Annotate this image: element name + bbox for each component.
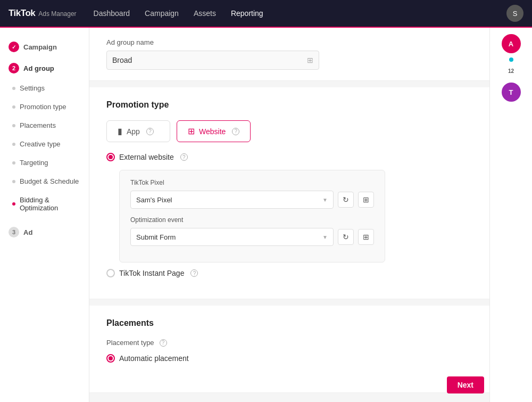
pixel-add-btn[interactable]: ⊞ <box>358 192 374 208</box>
step2-circle: 2 <box>9 63 19 73</box>
radio-auto-label: Automatic placement <box>119 354 189 363</box>
sidebar-item-settings[interactable]: Settings <box>0 79 89 97</box>
radio-external-website[interactable]: External website ? <box>106 153 472 161</box>
placements-section: Placements Placement type ? Automatic pl… <box>89 306 489 393</box>
sidebar-item-promotion-type[interactable]: Promotion type <box>0 97 89 116</box>
logo-area: TikTok Ads Manager <box>9 8 77 19</box>
logo-tiktok: TikTok <box>9 8 35 19</box>
instant-help-icon[interactable]: ? <box>190 269 198 277</box>
pixel-select[interactable]: Sam's Pixel ▼ <box>130 191 334 209</box>
nav-avatar[interactable]: S <box>506 5 523 22</box>
optimization-dropdown-arrow: ▼ <box>322 234 328 240</box>
sidebar-label-settings: Settings <box>20 84 45 92</box>
sidebar-item-budget[interactable]: Budget & Schedule <box>0 172 89 191</box>
sidebar-item-label-campaign: Campaign <box>23 43 57 51</box>
pixel-value: Sam's Pixel <box>136 196 172 204</box>
promo-options: ▮ App ? ⊞ Website ? <box>106 120 472 142</box>
dot-promotion <box>12 105 15 109</box>
radio-instant-circle <box>106 269 115 277</box>
optimization-select-row: Submit Form ▼ ↻ ⊞ <box>130 228 374 246</box>
radio-auto-placement[interactable]: Automatic placement <box>106 354 472 363</box>
sidebar-item-label-adgroup: Ad group <box>23 64 54 72</box>
nav-campaign[interactable]: Campaign <box>145 7 179 20</box>
layout: ✓ Campaign 2 Ad group Settings Promotion… <box>0 28 532 402</box>
adgroup-name-section: Ad group name Broad ⊞ <box>89 28 489 81</box>
radio-instant-page[interactable]: TikTok Instant Page ? <box>106 269 472 277</box>
promo-website-label: Website <box>199 127 226 136</box>
optimization-select[interactable]: Submit Form ▼ <box>130 228 334 246</box>
dot-placements <box>12 124 15 127</box>
sidebar-label-promotion: Promotion type <box>20 103 66 111</box>
placement-help-icon[interactable]: ? <box>160 339 167 347</box>
pixel-dropdown-arrow: ▼ <box>322 197 328 203</box>
text-input-icon: ⊞ <box>307 56 313 64</box>
dot-creative <box>12 143 15 146</box>
sidebar-label-ad: Ad <box>23 228 32 236</box>
pixel-box: TikTok Pixel Sam's Pixel ▼ ↻ ⊞ Optimizat… <box>119 170 385 262</box>
pixel-select-row: Sam's Pixel ▼ ↻ ⊞ <box>130 191 374 209</box>
optimization-label: Optimization event <box>130 216 374 224</box>
promotion-title: Promotion type <box>106 100 472 110</box>
adgroup-name-label: Ad group name <box>106 38 472 46</box>
dot-targeting <box>12 161 15 165</box>
adgroup-name-value: Broad <box>112 56 132 64</box>
sidebar-item-targeting[interactable]: Targeting <box>0 153 89 172</box>
nav-links: Dashboard Campaign Assets Reporting <box>94 7 506 20</box>
promo-website-option[interactable]: ⊞ Website ? <box>177 120 251 142</box>
app-icon: ▮ <box>118 126 122 136</box>
sidebar-step-adgroup[interactable]: 2 Ad group <box>0 58 89 79</box>
sidebar-label-placements: Placements <box>20 121 56 129</box>
sidebar-label-creative: Creative type <box>20 140 61 148</box>
radio-external-circle <box>106 153 115 161</box>
website-help-icon[interactable]: ? <box>232 128 239 135</box>
nav-assets[interactable]: Assets <box>194 7 216 20</box>
nav-dashboard[interactable]: Dashboard <box>94 7 130 20</box>
next-button[interactable]: Next <box>447 376 484 393</box>
app-help-icon[interactable]: ? <box>146 128 154 135</box>
right-count: 12 <box>508 68 514 74</box>
adgroup-name-input[interactable]: Broad ⊞ <box>106 51 319 70</box>
placement-type-row: Placement type ? <box>106 339 472 347</box>
promo-app-label: App <box>127 127 140 136</box>
website-icon: ⊞ <box>188 126 195 136</box>
sidebar-label-bidding: Bidding & Optimization <box>20 196 80 212</box>
sidebar-label-targeting: Targeting <box>20 159 48 167</box>
dot-settings <box>12 87 15 90</box>
optimization-refresh-btn[interactable]: ↻ <box>338 229 354 245</box>
placement-type-label: Placement type <box>106 339 154 347</box>
placements-title: Placements <box>106 318 472 328</box>
promo-app-option[interactable]: ▮ App ? <box>106 120 170 142</box>
right-dot-1 <box>509 58 513 62</box>
logo-sub: Ads Manager <box>38 10 76 18</box>
main-content: Ad group name Broad ⊞ Promotion type ▮ A… <box>89 28 489 402</box>
pixel-refresh-btn[interactable]: ↻ <box>338 192 354 208</box>
dot-bidding <box>12 202 15 206</box>
sidebar-label-budget: Budget & Schedule <box>20 177 79 185</box>
dot-budget <box>12 180 15 183</box>
sidebar-item-placements[interactable]: Placements <box>0 116 89 135</box>
radio-external-label: External website <box>119 153 174 161</box>
sidebar-step-ad[interactable]: 3 Ad <box>0 221 89 243</box>
sidebar-item-bidding[interactable]: Bidding & Optimization <box>0 191 89 217</box>
top-nav: TikTok Ads Manager Dashboard Campaign As… <box>0 0 532 28</box>
step1-circle: ✓ <box>9 42 19 52</box>
optimization-add-btn[interactable]: ⊞ <box>358 229 374 245</box>
right-circle-1: A <box>502 34 521 53</box>
right-panel: A 12 T <box>489 28 532 402</box>
radio-instant-label: TikTok Instant Page <box>119 269 184 277</box>
promotion-type-section: Promotion type ▮ App ? ⊞ Website ? Exter… <box>89 87 489 299</box>
external-help-icon[interactable]: ? <box>180 153 188 161</box>
nav-reporting[interactable]: Reporting <box>231 7 263 20</box>
step3-circle: 3 <box>9 227 19 237</box>
sidebar: ✓ Campaign 2 Ad group Settings Promotion… <box>0 28 89 402</box>
optimization-value: Submit Form <box>136 233 176 241</box>
right-circle-2: T <box>502 83 521 102</box>
sidebar-item-creative[interactable]: Creative type <box>0 135 89 153</box>
sidebar-step-campaign[interactable]: ✓ Campaign <box>0 36 89 58</box>
pixel-title: TikTok Pixel <box>130 179 374 186</box>
radio-auto-circle <box>106 354 115 363</box>
